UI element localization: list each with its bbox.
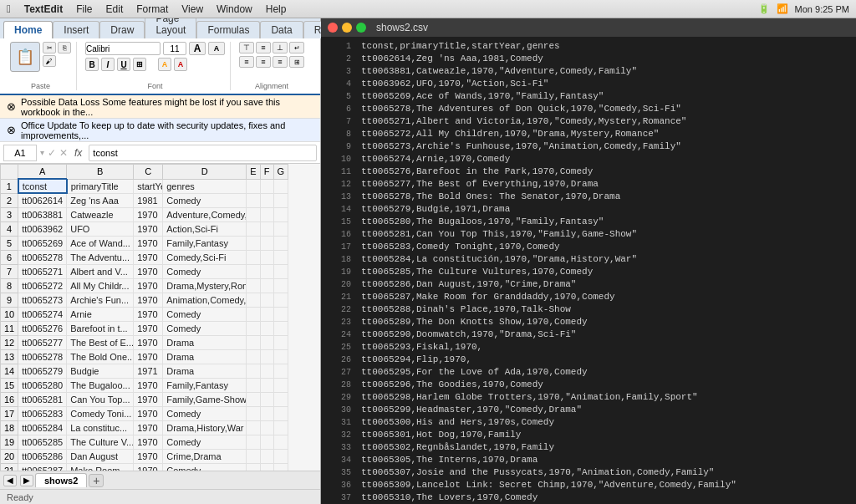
table-row[interactable]: 7tt0065271Albert and V...1970Comedy	[1, 264, 288, 278]
table-cell[interactable]	[247, 307, 260, 321]
table-cell[interactable]	[260, 378, 273, 392]
col-header-d[interactable]: D	[163, 165, 247, 180]
formula-input[interactable]	[89, 145, 317, 161]
table-row[interactable]: 18tt0065284La constituc...1970Drama,Hist…	[1, 420, 288, 435]
table-cell[interactable]: tt0065272	[18, 278, 67, 293]
table-cell[interactable]	[247, 349, 260, 364]
table-cell[interactable]	[247, 264, 260, 278]
table-cell[interactable]	[247, 420, 260, 435]
sheet-tab-shows2[interactable]: shows2	[35, 473, 87, 487]
table-cell[interactable]: Catweazle	[67, 207, 134, 221]
table-cell[interactable]: 1981	[134, 193, 163, 207]
table-cell[interactable]	[273, 207, 288, 221]
table-cell[interactable]	[273, 364, 288, 378]
table-cell[interactable]: Budgie	[67, 364, 134, 378]
increase-font-button[interactable]: A	[189, 42, 206, 55]
table-cell[interactable]: tt0065276	[18, 321, 67, 335]
col-header-c[interactable]: C	[134, 165, 163, 180]
table-cell[interactable]: 1970	[134, 392, 163, 406]
table-cell[interactable]: Make Room	[67, 463, 134, 471]
table-cell[interactable]: Ace of Wand...	[67, 236, 134, 250]
table-cell[interactable]	[260, 250, 273, 264]
table-row[interactable]: 5tt0065269Ace of Wand...1970Family,Fanta…	[1, 236, 288, 250]
table-cell[interactable]	[260, 193, 273, 207]
table-cell[interactable]: 1971	[134, 364, 163, 378]
table-cell[interactable]: tt0065277	[18, 335, 67, 349]
col-header-a[interactable]: A	[18, 165, 67, 180]
table-cell[interactable]: 1970	[134, 435, 163, 449]
table-cell[interactable]: tt0065279	[18, 364, 67, 378]
table-cell[interactable]: tt0062614	[18, 193, 67, 207]
copy-button[interactable]: ⎘	[58, 42, 71, 53]
table-cell[interactable]: Dan August	[67, 449, 134, 463]
align-middle-button[interactable]: ≡	[256, 42, 271, 53]
table-cell[interactable]: 1970	[134, 321, 163, 335]
table-cell[interactable]	[273, 307, 288, 321]
table-cell[interactable]: La constituc...	[67, 420, 134, 435]
table-cell[interactable]: Comedy,Sci-Fi	[163, 250, 247, 264]
table-cell[interactable]: The Adventu...	[67, 250, 134, 264]
table-cell[interactable]	[247, 406, 260, 420]
table-cell[interactable]: tt0065273	[18, 293, 67, 307]
format-painter-button[interactable]: 🖌	[43, 55, 56, 67]
table-cell[interactable]: tt0065281	[18, 392, 67, 406]
table-cell[interactable]	[273, 463, 288, 471]
table-cell[interactable]	[247, 236, 260, 250]
table-cell[interactable]	[260, 435, 273, 449]
table-cell[interactable]: Drama,Mystery,Romance	[163, 278, 247, 293]
table-cell[interactable]	[273, 392, 288, 406]
italic-button[interactable]: I	[101, 58, 115, 71]
table-cell[interactable]	[273, 335, 288, 349]
table-cell[interactable]	[273, 221, 288, 236]
table-cell[interactable]: Family,Game-Show	[163, 392, 247, 406]
table-cell[interactable]: startYear	[134, 179, 163, 193]
table-cell[interactable]: The Culture V...	[67, 435, 134, 449]
table-cell[interactable]: 1970	[134, 236, 163, 250]
table-row[interactable]: 1tconstprimaryTitlestartYeargenres	[1, 179, 288, 193]
table-row[interactable]: 16tt0065281Can You Top...1970Family,Game…	[1, 392, 288, 406]
grid-scroll-area[interactable]: A B C D E F G 1tconstprimaryTitlestartYe…	[0, 164, 320, 471]
table-cell[interactable]: Comedy	[163, 435, 247, 449]
table-cell[interactable]	[260, 321, 273, 335]
menu-format[interactable]: Format	[130, 2, 175, 17]
table-cell[interactable]: Comedy	[163, 406, 247, 420]
cell-reference-input[interactable]	[3, 145, 37, 161]
table-cell[interactable]: Comedy	[163, 321, 247, 335]
csv-close-button[interactable]	[328, 23, 338, 33]
csv-minimize-button[interactable]	[342, 23, 352, 33]
table-cell[interactable]	[260, 293, 273, 307]
table-cell[interactable]	[273, 435, 288, 449]
table-row[interactable]: 17tt0065283Comedy Toni...1970Comedy	[1, 406, 288, 420]
table-cell[interactable]	[260, 236, 273, 250]
table-cell[interactable]: tt0065280	[18, 378, 67, 392]
table-row[interactable]: 14tt0065279Budgie1971Drama	[1, 364, 288, 378]
table-cell[interactable]: tt0065287	[18, 463, 67, 471]
col-header-g[interactable]: G	[273, 165, 288, 180]
table-cell[interactable]	[247, 193, 260, 207]
table-cell[interactable]	[247, 435, 260, 449]
table-cell[interactable]	[247, 378, 260, 392]
table-cell[interactable]: Drama	[163, 349, 247, 364]
table-cell[interactable]: Family,Fantasy	[163, 378, 247, 392]
table-cell[interactable]: 1970	[134, 278, 163, 293]
bold-button[interactable]: B	[85, 58, 99, 71]
table-cell[interactable]: 1970	[134, 307, 163, 321]
table-cell[interactable]: tconst	[18, 179, 67, 193]
menu-edit[interactable]: Edit	[99, 2, 130, 17]
table-cell[interactable]: tt0065284	[18, 420, 67, 435]
next-sheet-button[interactable]: ▶	[20, 475, 33, 486]
cut-button[interactable]: ✂	[43, 42, 56, 53]
align-left-button[interactable]: ≡	[239, 56, 254, 68]
table-cell[interactable]: 1970	[134, 207, 163, 221]
table-row[interactable]: 4tt0063962UFO1970Action,Sci-Fi	[1, 221, 288, 236]
table-cell[interactable]	[273, 264, 288, 278]
table-cell[interactable]: Arnie	[67, 307, 134, 321]
table-cell[interactable]: tt0065285	[18, 435, 67, 449]
table-cell[interactable]: genres	[163, 179, 247, 193]
table-cell[interactable]	[260, 392, 273, 406]
table-cell[interactable]: Drama,History,War	[163, 420, 247, 435]
font-size-input[interactable]	[163, 42, 186, 55]
csv-content[interactable]: 1tconst,primaryTitle,startYear,genres2tt…	[321, 37, 856, 504]
table-cell[interactable]	[247, 293, 260, 307]
font-color-button[interactable]: A	[174, 58, 187, 71]
